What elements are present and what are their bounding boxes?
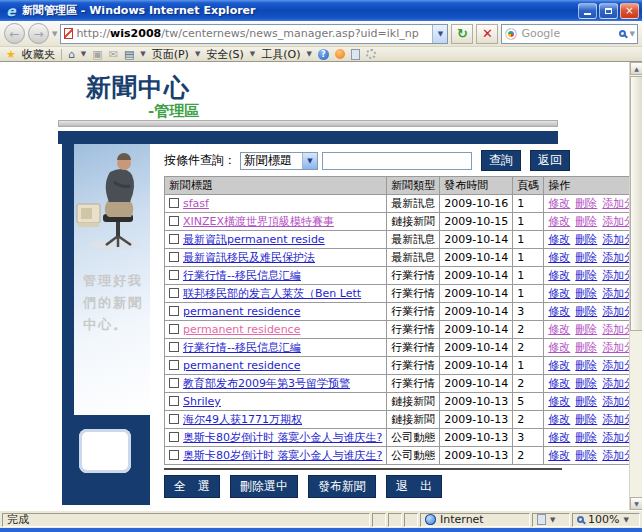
news-title-link[interactable]: 最新資訊移民及难民保护法 bbox=[183, 251, 315, 264]
news-title-link[interactable]: 海尔49人获1771万期权 bbox=[183, 413, 302, 426]
address-bar[interactable]: http://wis2008/tw/centernews/news_manage… bbox=[60, 24, 448, 44]
safety-menu-dropdown-icon[interactable]: ▼ bbox=[250, 50, 255, 58]
row-checkbox[interactable] bbox=[169, 270, 179, 280]
news-title-link[interactable]: 联邦移民部的发言人莱茨（Ben Lett bbox=[183, 287, 361, 300]
delete-link[interactable]: 刪除 bbox=[575, 449, 597, 462]
delete-link[interactable]: 刪除 bbox=[575, 323, 597, 336]
row-checkbox[interactable] bbox=[169, 198, 179, 208]
row-checkbox[interactable] bbox=[169, 324, 179, 334]
modify-link[interactable]: 修改 bbox=[548, 197, 570, 210]
query-input[interactable] bbox=[322, 152, 472, 170]
news-title-link[interactable]: 奥斯卡80岁倒计时 落寞小金人与谁庆生? bbox=[183, 431, 382, 444]
select-all-button[interactable]: 全 選 bbox=[164, 475, 220, 498]
delete-link[interactable]: 刪除 bbox=[575, 233, 597, 246]
address-dropdown-icon[interactable]: ▼ bbox=[432, 25, 447, 43]
modify-link[interactable]: 修改 bbox=[548, 305, 570, 318]
news-title-link[interactable]: 行業行情--移民信息汇編 bbox=[183, 341, 301, 354]
news-title-link[interactable]: Shriley bbox=[183, 395, 221, 408]
delete-link[interactable]: 刪除 bbox=[575, 341, 597, 354]
row-checkbox[interactable] bbox=[169, 342, 179, 352]
news-title-link[interactable]: 行業行情--移民信息汇編 bbox=[183, 269, 301, 282]
menu-page[interactable]: 页面(P) bbox=[152, 47, 189, 62]
delete-selected-button[interactable]: 刪除選中 bbox=[230, 475, 298, 498]
delete-link[interactable]: 刪除 bbox=[575, 269, 597, 282]
scrollbar-thumb[interactable] bbox=[630, 76, 642, 331]
query-search-button[interactable]: 查詢 bbox=[481, 150, 521, 171]
chevron-down-icon[interactable]: ▼ bbox=[302, 153, 317, 169]
query-back-button[interactable]: 返回 bbox=[530, 150, 570, 171]
row-checkbox[interactable] bbox=[169, 414, 179, 424]
zoom-cell[interactable]: 100% ▼ bbox=[572, 513, 640, 527]
row-checkbox[interactable] bbox=[169, 432, 179, 442]
modify-link[interactable]: 修改 bbox=[548, 413, 570, 426]
news-title-link[interactable]: permanent residence bbox=[183, 305, 300, 318]
minimize-button[interactable] bbox=[578, 3, 597, 19]
delete-link[interactable]: 刪除 bbox=[575, 431, 597, 444]
news-title-link[interactable]: permanent residence bbox=[183, 323, 300, 336]
menu-tools[interactable]: 工具(O) bbox=[261, 47, 300, 62]
row-checkbox[interactable] bbox=[169, 216, 179, 226]
print-dropdown-icon[interactable]: ▼ bbox=[140, 50, 145, 58]
close-button[interactable]: × bbox=[620, 3, 639, 19]
modify-link[interactable]: 修改 bbox=[548, 287, 570, 300]
delete-link[interactable]: 刪除 bbox=[575, 287, 597, 300]
modify-link[interactable]: 修改 bbox=[548, 359, 570, 372]
delete-link[interactable]: 刪除 bbox=[575, 395, 597, 408]
news-title-link[interactable]: permanent residence bbox=[183, 359, 300, 372]
favorites-label[interactable]: 收藏夹 bbox=[22, 47, 55, 62]
person-icon[interactable] bbox=[335, 49, 345, 59]
row-checkbox[interactable] bbox=[169, 252, 179, 262]
search-dropdown-icon[interactable]: ▼ bbox=[630, 30, 635, 38]
mail-icon[interactable]: ✉ bbox=[109, 48, 118, 61]
news-title-link[interactable]: 奥斯卡80岁倒计时 落寞小金人与谁庆生? bbox=[183, 449, 382, 462]
page-menu-dropdown-icon[interactable]: ▼ bbox=[195, 50, 200, 58]
home-icon[interactable]: ⌂ bbox=[68, 48, 75, 61]
modify-link[interactable]: 修改 bbox=[548, 431, 570, 444]
row-checkbox[interactable] bbox=[169, 288, 179, 298]
delete-link[interactable]: 刪除 bbox=[575, 377, 597, 390]
row-checkbox[interactable] bbox=[169, 396, 179, 406]
gear-icon[interactable] bbox=[366, 49, 376, 59]
search-input[interactable]: Google bbox=[521, 27, 614, 40]
news-title-link[interactable]: sfasf bbox=[183, 197, 209, 210]
zoom-dropdown-icon[interactable]: ▼ bbox=[623, 516, 628, 524]
delete-link[interactable]: 刪除 bbox=[575, 305, 597, 318]
modify-link[interactable]: 修改 bbox=[548, 215, 570, 228]
modify-link[interactable]: 修改 bbox=[548, 341, 570, 354]
restore-button[interactable] bbox=[599, 3, 618, 19]
delete-link[interactable]: 刪除 bbox=[575, 197, 597, 210]
forward-button[interactable]: → bbox=[28, 23, 49, 44]
query-field-select[interactable]: 新聞標題 ▼ bbox=[240, 152, 318, 170]
scroll-up-icon[interactable]: ▲ bbox=[630, 62, 642, 75]
feed-icon[interactable]: ▣ bbox=[92, 48, 102, 61]
publish-news-button[interactable]: 發布新聞 bbox=[308, 475, 376, 498]
modify-link[interactable]: 修改 bbox=[548, 377, 570, 390]
scroll-down-icon[interactable]: ▼ bbox=[630, 497, 642, 510]
search-box[interactable]: Google ▼ bbox=[501, 24, 638, 44]
modify-link[interactable]: 修改 bbox=[548, 269, 570, 282]
vertical-scrollbar[interactable]: ▲ ▼ bbox=[629, 62, 642, 510]
row-checkbox[interactable] bbox=[169, 306, 179, 316]
modify-link[interactable]: 修改 bbox=[548, 251, 570, 264]
delete-link[interactable]: 刪除 bbox=[575, 251, 597, 264]
filter-cell[interactable]: ▼ bbox=[532, 513, 570, 527]
exit-button[interactable]: 退 出 bbox=[386, 475, 442, 498]
search-icon[interactable] bbox=[619, 30, 626, 37]
history-dropdown-icon[interactable]: ▼ bbox=[52, 30, 57, 38]
news-title-link[interactable]: 教育部发布2009年第3号留学预警 bbox=[183, 377, 350, 390]
row-checkbox[interactable] bbox=[169, 378, 179, 388]
print-icon[interactable]: ▤ bbox=[124, 48, 134, 61]
news-title-link[interactable]: XINZEX橫渡世界頂級模特賽事 bbox=[183, 215, 334, 228]
refresh-button[interactable]: ↻ bbox=[451, 24, 473, 44]
menu-safety[interactable]: 安全(S) bbox=[206, 47, 244, 62]
modify-link[interactable]: 修改 bbox=[548, 323, 570, 336]
filter-dropdown-icon[interactable]: ▼ bbox=[550, 516, 555, 524]
clipboard-icon[interactable] bbox=[351, 49, 360, 60]
delete-link[interactable]: 刪除 bbox=[575, 413, 597, 426]
tools-menu-dropdown-icon[interactable]: ▼ bbox=[307, 50, 312, 58]
row-checkbox[interactable] bbox=[169, 450, 179, 460]
modify-link[interactable]: 修改 bbox=[548, 395, 570, 408]
home-dropdown-icon[interactable]: ▼ bbox=[81, 50, 86, 58]
delete-link[interactable]: 刪除 bbox=[575, 359, 597, 372]
news-title-link[interactable]: 最新資訊permanent reside bbox=[183, 233, 325, 246]
